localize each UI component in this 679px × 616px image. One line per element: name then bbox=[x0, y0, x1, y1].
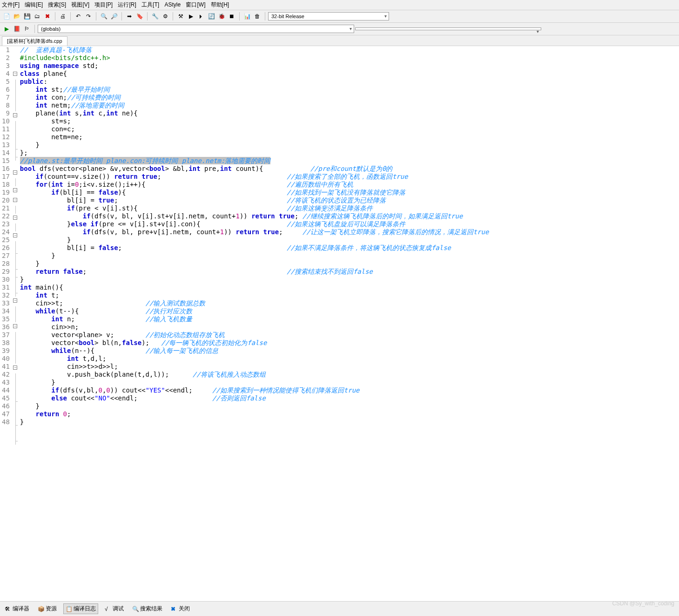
stop-icon[interactable]: ⏹ bbox=[227, 12, 236, 21]
line-numbers: 1234567891011121314151617181920212223242… bbox=[0, 46, 13, 445]
globals-combo[interactable]: (globals) bbox=[38, 25, 354, 33]
flag-icon[interactable]: 🏳 bbox=[22, 24, 32, 34]
menu-file[interactable]: 文件[F] bbox=[2, 1, 20, 8]
main-toolbar: 📄 📂 💾 🗂 ✖ 🖨 ↶ ↷ 🔍 🔎 ➡ 🔖 🔧 ⚙ ⚒ ▶ ⏵ 🔄 🐞 ⏹ … bbox=[0, 10, 679, 23]
new-file-icon[interactable]: 📄 bbox=[2, 12, 11, 21]
menu-run[interactable]: 运行[R] bbox=[118, 1, 136, 8]
open-file-icon[interactable]: 📂 bbox=[12, 12, 21, 21]
goto-icon[interactable]: ➡ bbox=[125, 12, 134, 21]
profile-icon[interactable]: 📊 bbox=[242, 12, 252, 21]
file-tab[interactable]: [蓝桥杯]飞机降落dfs.cpp bbox=[2, 36, 67, 46]
fold-column[interactable]: −−−−−−−−−− bbox=[13, 46, 18, 445]
compile-icon[interactable]: ⚒ bbox=[176, 12, 185, 21]
second-toolbar: ▶ 📕 🏳 (globals) bbox=[0, 23, 679, 35]
menu-project[interactable]: 项目[P] bbox=[94, 1, 113, 8]
replace-icon[interactable]: 🔎 bbox=[109, 12, 119, 21]
find-icon[interactable]: 🔍 bbox=[99, 12, 108, 21]
save-icon[interactable]: 💾 bbox=[22, 12, 32, 21]
menu-search[interactable]: 搜索[S] bbox=[48, 1, 66, 8]
rebuild-icon[interactable]: 🔄 bbox=[207, 12, 216, 21]
menu-tools[interactable]: 工具[T] bbox=[141, 1, 159, 8]
redo-icon[interactable]: ↷ bbox=[84, 12, 93, 21]
print-icon[interactable]: 🖨 bbox=[58, 12, 67, 21]
editor-tabs: [蓝桥杯]飞机降落dfs.cpp bbox=[0, 35, 679, 46]
menu-astyle[interactable]: AStyle bbox=[164, 1, 181, 8]
menu-view[interactable]: 视图[V] bbox=[71, 1, 89, 8]
compile-run-icon[interactable]: ⏵ bbox=[196, 12, 206, 21]
save-all-icon[interactable]: 🗂 bbox=[33, 12, 42, 21]
menu-window[interactable]: 窗口[W] bbox=[186, 1, 205, 8]
trash-icon[interactable]: 🗑 bbox=[253, 12, 262, 21]
close-icon[interactable]: ✖ bbox=[43, 12, 52, 21]
bookmark-icon[interactable]: 🔖 bbox=[135, 12, 144, 21]
menubar: 文件[F] 编辑[E] 搜索[S] 视图[V] 项目[P] 运行[R] 工具[T… bbox=[0, 0, 679, 10]
menu-help[interactable]: 帮助[H] bbox=[211, 1, 229, 8]
code-editor[interactable]: 1234567891011121314151617181920212223242… bbox=[0, 46, 679, 445]
build-config-combo[interactable]: 32-bit Release bbox=[268, 12, 389, 20]
undo-icon[interactable]: ↶ bbox=[74, 12, 83, 21]
debug-icon[interactable]: 🐞 bbox=[217, 12, 226, 21]
run-green-icon[interactable]: ▶ bbox=[2, 24, 11, 34]
symbol-combo[interactable] bbox=[355, 27, 541, 30]
book-icon[interactable]: 📕 bbox=[12, 24, 21, 34]
run-icon[interactable]: ▶ bbox=[186, 12, 195, 21]
menu-edit[interactable]: 编辑[E] bbox=[25, 1, 43, 8]
tool-b-icon[interactable]: ⚙ bbox=[161, 12, 170, 21]
code-area[interactable]: // 蓝桥真题-飞机降落#include<bits/stdc++.h>using… bbox=[18, 46, 679, 445]
tool-a-icon[interactable]: 🔧 bbox=[150, 12, 160, 21]
